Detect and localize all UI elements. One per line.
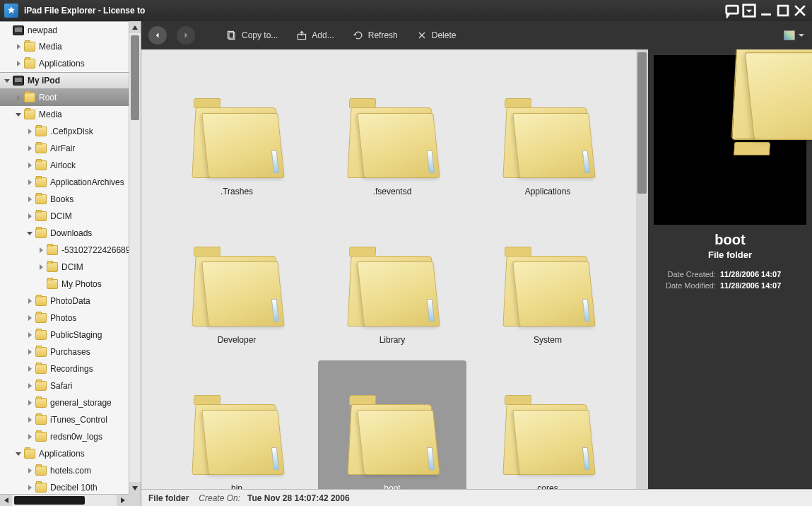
disclosure-right-icon[interactable]	[14, 42, 23, 51]
tree-item[interactable]: ApplicationArchives	[0, 174, 141, 191]
folder-icon	[191, 245, 283, 326]
feedback-button[interactable]	[724, 4, 740, 17]
disclosure-right-icon[interactable]	[14, 93, 23, 102]
sidebar-vertical-scrollbar[interactable]	[129, 21, 141, 494]
disclosure-right-icon[interactable]	[25, 331, 34, 339]
tree-item-label: Purchases	[50, 347, 90, 357]
disclosure-right-icon[interactable]	[25, 195, 34, 204]
disclosure-right-icon[interactable]	[25, 314, 34, 322]
tree-item[interactable]: general_storage	[0, 394, 141, 411]
close-button[interactable]	[792, 4, 808, 17]
dropdown-button[interactable]	[741, 4, 757, 17]
tree-item[interactable]: redsn0w_logs	[0, 428, 141, 445]
folder-item[interactable]: Applications	[473, 64, 622, 205]
scroll-thumb[interactable]	[637, 52, 647, 194]
disclosure-down-icon[interactable]	[3, 76, 11, 85]
disclosure-none-icon[interactable]	[3, 26, 11, 35]
device-tree[interactable]: newpadMediaApplicationsMy iPodRootMedia.…	[0, 21, 141, 506]
folder-grid-area[interactable]: .Trashes.fseventsdApplicationsDeveloperL…	[141, 49, 648, 489]
scroll-thumb[interactable]	[14, 496, 85, 505]
tree-item[interactable]: Airlock	[0, 157, 141, 174]
tree-item[interactable]: iTunes_Control	[0, 411, 141, 428]
tree-item[interactable]: DCIM	[0, 208, 141, 225]
tree-item[interactable]: Safari	[0, 377, 141, 394]
folder-item[interactable]: .fseventsd	[318, 64, 466, 205]
folder-icon	[35, 381, 47, 391]
disclosure-right-icon[interactable]	[25, 212, 34, 220]
folder-icon	[35, 330, 47, 340]
minimize-button[interactable]	[758, 4, 774, 17]
scroll-thumb[interactable]	[131, 35, 139, 120]
copy-to-button[interactable]: Copy to...	[222, 27, 282, 44]
tree-item[interactable]: Photos	[0, 310, 141, 326]
tree-item[interactable]: hotels.com	[0, 462, 141, 479]
disclosure-right-icon[interactable]	[25, 178, 34, 187]
disclosure-right-icon[interactable]	[25, 382, 34, 390]
sidebar-horizontal-scrollbar[interactable]	[0, 494, 129, 506]
tree-item[interactable]: .CefipxDisk	[0, 123, 141, 140]
tree-item[interactable]: Media	[0, 38, 141, 55]
folder-item[interactable]: .Trashes	[163, 64, 311, 205]
grid-vertical-scrollbar[interactable]	[636, 49, 648, 489]
tree-item[interactable]: Applications	[0, 55, 141, 72]
svg-rect-0	[726, 6, 739, 13]
disclosure-right-icon[interactable]	[37, 246, 45, 254]
tree-item[interactable]: My iPod	[0, 72, 141, 89]
tree-item[interactable]: Purchases	[0, 343, 141, 360]
nav-back-button[interactable]	[148, 26, 167, 45]
disclosure-down-icon[interactable]	[14, 110, 23, 119]
tree-item-label: general_storage	[50, 398, 112, 408]
tree-item-label: Applications	[39, 59, 85, 69]
tree-item[interactable]: PhotoData	[0, 293, 141, 310]
maximize-button[interactable]	[775, 4, 791, 17]
tree-item[interactable]: Downloads	[0, 225, 141, 242]
refresh-button[interactable]: Refresh	[348, 27, 402, 44]
add-button[interactable]: Add...	[292, 27, 338, 44]
scroll-down-button[interactable]	[129, 482, 141, 494]
disclosure-right-icon[interactable]	[25, 144, 34, 153]
tree-item[interactable]: -5310272242668939	[0, 242, 141, 259]
tree-item[interactable]: DCIM	[0, 259, 141, 276]
details-pane: boot File folder Date Created: 11/28/200…	[648, 49, 812, 489]
tree-item-label: Safari	[50, 381, 72, 391]
scroll-up-button[interactable]	[129, 21, 141, 33]
tree-item[interactable]: Recordings	[0, 360, 141, 377]
disclosure-right-icon[interactable]	[25, 161, 34, 170]
folder-item[interactable]: cores	[473, 360, 622, 489]
folder-item[interactable]: bin	[163, 360, 311, 489]
folder-item[interactable]: Developer	[163, 212, 311, 353]
scroll-right-button[interactable]	[117, 495, 129, 506]
disclosure-right-icon[interactable]	[25, 127, 34, 136]
disclosure-right-icon[interactable]	[25, 416, 34, 424]
scroll-left-button[interactable]	[0, 495, 12, 506]
disclosure-right-icon[interactable]	[37, 263, 45, 271]
disclosure-right-icon[interactable]	[25, 348, 34, 356]
folder-item[interactable]: Library	[318, 212, 466, 353]
tree-item[interactable]: PublicStaging	[0, 326, 141, 343]
delete-button[interactable]: Delete	[412, 27, 461, 44]
tree-item[interactable]: My Photos	[0, 276, 141, 293]
folder-item[interactable]: boot	[318, 360, 466, 489]
tree-item[interactable]: Media	[0, 106, 141, 123]
disclosure-right-icon[interactable]	[14, 59, 23, 68]
folder-item[interactable]: System	[473, 212, 622, 353]
tree-item[interactable]: newpad	[0, 21, 141, 38]
tree-item[interactable]: Applications	[0, 445, 141, 462]
folder-icon	[346, 97, 438, 178]
disclosure-right-icon[interactable]	[25, 466, 34, 475]
disclosure-right-icon[interactable]	[25, 483, 34, 492]
disclosure-right-icon[interactable]	[25, 399, 34, 407]
disclosure-down-icon[interactable]	[14, 449, 23, 458]
disclosure-right-icon[interactable]	[25, 365, 34, 373]
disclosure-down-icon[interactable]	[25, 229, 34, 237]
disclosure-right-icon[interactable]	[25, 433, 34, 441]
nav-forward-button[interactable]	[177, 26, 195, 45]
disclosure-right-icon[interactable]	[25, 297, 34, 305]
tree-item[interactable]: AirFair	[0, 140, 141, 157]
tree-item[interactable]: Books	[0, 191, 141, 208]
tree-item-label: DCIM	[50, 211, 72, 221]
disclosure-none-icon[interactable]	[37, 280, 45, 288]
status-created-value: Tue Nov 28 14:07:42 2006	[247, 493, 350, 503]
view-mode-toggle[interactable]	[784, 30, 805, 40]
tree-item[interactable]: Root	[0, 89, 141, 106]
